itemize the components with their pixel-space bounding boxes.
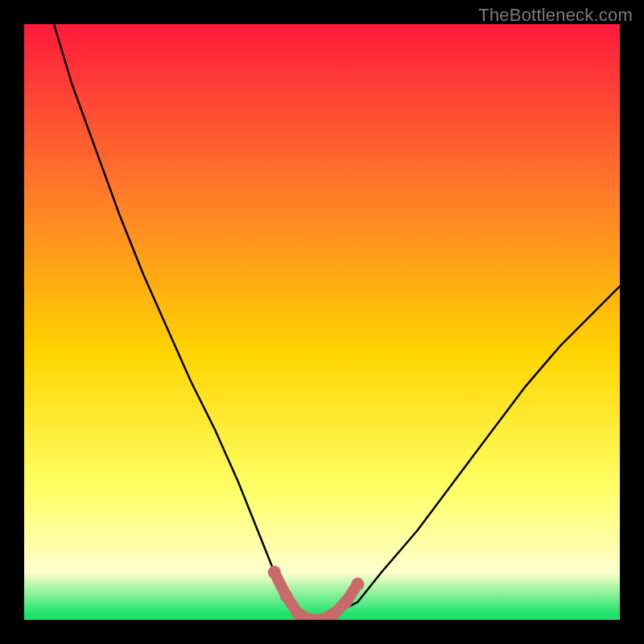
gradient-background: [24, 24, 620, 620]
optimum-point: [328, 608, 341, 620]
optimum-point: [351, 578, 364, 591]
optimum-point: [280, 589, 293, 602]
chart-frame: TheBottleneck.com: [0, 0, 644, 644]
optimum-point: [268, 566, 281, 579]
optimum-point: [340, 596, 353, 609]
bottleneck-chart: [24, 24, 620, 620]
watermark-text: TheBottleneck.com: [478, 5, 633, 26]
plot-area: [24, 24, 620, 620]
optimum-point: [291, 608, 304, 620]
